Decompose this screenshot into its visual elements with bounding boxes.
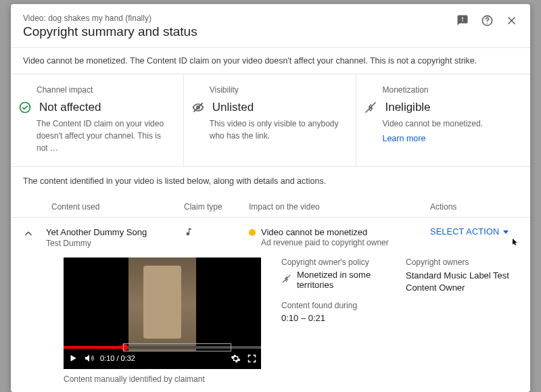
claim-title: Yet Another Dummy Song — [46, 227, 184, 237]
monetization-off-icon — [363, 100, 378, 115]
collapse-toggle[interactable] — [23, 227, 46, 239]
claim-row: Yet Another Dummy Song Test Dummy Video … — [11, 218, 530, 392]
copyright-dialog: Video: dog shakes my hand (finally) Copy… — [11, 4, 530, 392]
fullscreen-icon[interactable] — [246, 353, 257, 364]
panel-value: Unlisted — [212, 101, 254, 114]
col-content: Content used — [51, 202, 184, 212]
panel-desc: This video is only visible to anybody wh… — [210, 118, 344, 142]
policy-label: Copyright owner's policy — [281, 258, 394, 267]
help-icon[interactable] — [480, 14, 494, 27]
policy-value: Monetized in some territories — [297, 270, 394, 290]
breadcrumb: Video: dog shakes my hand (finally) — [23, 14, 456, 23]
col-actions: Actions — [430, 202, 518, 212]
player-time: 0:10 / 0:32 — [100, 354, 135, 362]
col-impact: Impact on the video — [249, 202, 430, 212]
settings-icon[interactable] — [230, 353, 241, 364]
warning-dot-icon — [249, 229, 256, 236]
chevron-down-icon — [503, 230, 509, 234]
found-label: Content found during — [281, 301, 394, 310]
claim-artist: Test Dummy — [46, 239, 184, 248]
panel-label: Visibility — [210, 85, 344, 95]
check-circle-icon — [18, 100, 32, 115]
panel-desc: Video cannot be monetized. — [382, 118, 517, 130]
panel-desc: The Content ID claim on your video doesn… — [37, 118, 171, 154]
manual-id-note: Content manually identified by claimant — [23, 374, 518, 384]
svg-point-2 — [20, 103, 30, 113]
monetization-off-icon — [281, 274, 291, 286]
unlisted-icon — [191, 100, 206, 115]
page-title: Copyright summary and status — [23, 24, 456, 39]
impact-sub: Ad revenue paid to copyright owner — [261, 238, 430, 247]
owners-label: Copyright owners — [406, 258, 518, 267]
play-icon[interactable] — [68, 353, 78, 364]
panel-label: Channel impact — [37, 85, 171, 95]
select-action-button[interactable]: SELECT ACTION — [430, 227, 499, 237]
panel-monetization: Monetization Ineligible Video cannot be … — [356, 74, 530, 166]
panel-label: Monetization — [382, 85, 517, 95]
panel-value: Not affected — [39, 101, 101, 114]
panel-visibility: Visibility Unlisted This video is only v… — [184, 74, 357, 166]
strike-note: Video cannot be monetized. The Content I… — [11, 48, 530, 74]
col-claim: Claim type — [184, 202, 249, 212]
cursor-icon — [511, 238, 519, 246]
svg-point-1 — [486, 22, 487, 23]
impact-main: Video cannot be monetized — [261, 227, 367, 237]
owners-value: Standard Music Label Test Content Owner — [406, 270, 518, 294]
found-value: 0:10 – 0:21 — [281, 313, 325, 323]
close-icon[interactable] — [504, 14, 518, 27]
panel-value: Ineligible — [385, 101, 430, 114]
dialog-header: Video: dog shakes my hand (finally) Copy… — [11, 4, 530, 48]
volume-icon[interactable] — [84, 353, 95, 364]
panel-channel-impact: Channel impact Not affected The Content … — [11, 74, 184, 166]
status-panels: Channel impact Not affected The Content … — [11, 74, 530, 167]
learn-more-link[interactable]: Learn more — [382, 134, 517, 143]
claims-table-header: Content used Claim type Impact on the vi… — [11, 195, 530, 218]
music-note-icon — [184, 227, 193, 239]
content-note: The content identified in your video is … — [11, 167, 530, 195]
video-player[interactable]: 0:10 / 0:32 — [64, 258, 261, 369]
feedback-icon[interactable] — [456, 14, 469, 27]
video-thumbnail — [128, 258, 196, 351]
